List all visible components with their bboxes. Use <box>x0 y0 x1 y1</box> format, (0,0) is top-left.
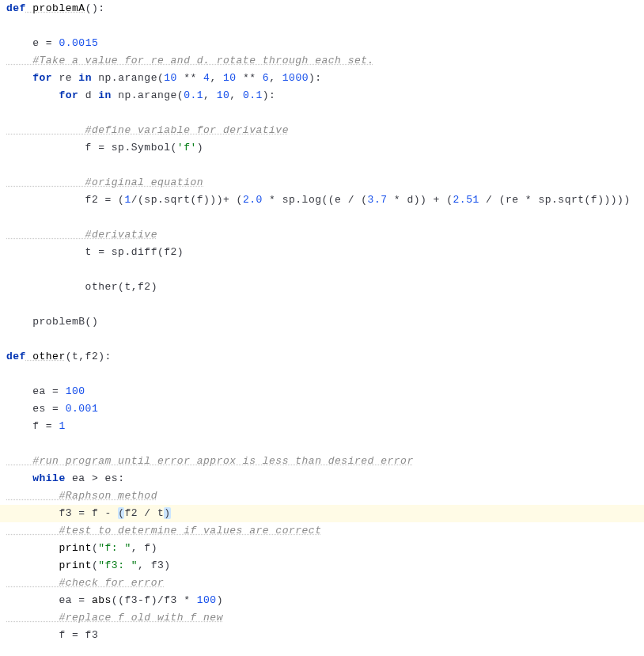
code-line[interactable]: #replace f old with f new <box>0 609 644 627</box>
code-line[interactable]: #derivative <box>0 226 644 244</box>
code-text: ) <box>197 142 203 154</box>
code-line[interactable] <box>0 296 644 313</box>
code-text: ) <box>217 594 223 606</box>
code-line[interactable]: for re in np.arange(10 ** 4, 10 ** 6, 10… <box>0 70 644 87</box>
string-literal: "f3: " <box>98 559 138 571</box>
comment: #original equation <box>6 176 203 188</box>
keyword-in: in <box>98 89 112 101</box>
code-line[interactable]: #Take a value for re and d. rotate throu… <box>0 52 644 70</box>
code-line[interactable]: f = f3 <box>0 627 644 644</box>
code-text: ** <box>177 72 203 84</box>
comment: #define variable for derivative <box>6 124 289 136</box>
builtin-print: print <box>59 542 92 554</box>
code-line[interactable]: print("f3: ", f3) <box>0 557 644 574</box>
code-line[interactable]: while ea > es: <box>0 470 644 487</box>
code-text: f = f3 <box>6 629 98 641</box>
keyword-while: while <box>32 472 66 484</box>
code-text <box>6 472 32 484</box>
keyword-def: def <box>6 351 26 362</box>
code-text: ea = <box>6 385 66 397</box>
code-text: e = <box>6 37 59 49</box>
code-text: , <box>229 89 243 101</box>
number-literal: 10 <box>223 72 237 84</box>
code-line[interactable]: def problemA(): <box>0 0 644 17</box>
code-text: , <box>269 72 282 84</box>
code-line[interactable]: print("f: ", f) <box>0 540 644 557</box>
code-text: ( <box>92 559 98 571</box>
code-text: , f) <box>131 542 157 554</box>
code-text: ((f3-f)/f3 * <box>112 594 197 606</box>
builtin-abs: abs <box>92 594 112 606</box>
keyword-for: for <box>59 89 78 101</box>
code-editor[interactable]: def problemA(): e = 0.0015 #Take a value… <box>0 0 644 644</box>
func-name: problemA <box>26 2 85 14</box>
comment: #Raphson method <box>6 490 157 502</box>
string-literal: 'f' <box>177 142 197 154</box>
number-literal: 100 <box>197 594 217 606</box>
code-line[interactable]: f = sp.Symbol('f') <box>0 139 644 157</box>
code-line[interactable]: t = sp.diff(f2) <box>0 244 644 261</box>
code-line[interactable]: other(t,f2) <box>0 279 644 296</box>
code-line[interactable]: ea = 100 <box>0 383 644 400</box>
code-text: , <box>203 89 217 101</box>
code-text: , f3) <box>138 559 171 571</box>
code-line[interactable] <box>0 209 644 226</box>
code-line[interactable]: #check for error <box>0 574 644 592</box>
code-line[interactable]: f2 = (1/(sp.sqrt(f)))+ (2.0 * sp.log((e … <box>0 191 644 209</box>
code-line[interactable]: es = 0.001 <box>0 400 644 418</box>
comment: #check for error <box>6 577 164 589</box>
number-literal: 0.001 <box>66 403 99 415</box>
keyword-def: def <box>6 2 26 14</box>
number-literal: 1 <box>124 194 131 206</box>
code-line[interactable] <box>0 261 644 279</box>
code-line[interactable] <box>0 104 644 122</box>
code-line[interactable] <box>0 366 644 383</box>
code-line[interactable]: ea = abs((f3-f)/f3 * 100) <box>0 592 644 609</box>
code-line[interactable] <box>0 435 644 453</box>
code-line[interactable] <box>0 17 644 35</box>
code-text: /(sp.sqrt(f)))+ ( <box>131 194 243 206</box>
code-line[interactable]: f = 1 <box>0 418 644 435</box>
code-text <box>6 89 59 101</box>
number-literal: 0.1 <box>184 89 203 101</box>
code-line[interactable]: #Raphson method <box>0 487 644 505</box>
code-line[interactable] <box>0 331 644 348</box>
code-text: ): <box>309 72 322 84</box>
keyword-in: in <box>78 72 92 84</box>
comment: #Take a value for re and d. rotate throu… <box>6 55 374 66</box>
number-literal: 1 <box>59 420 65 432</box>
code-line[interactable]: def other(t,f2): <box>0 348 644 366</box>
code-text: t = sp.diff(f2) <box>6 246 184 258</box>
code-text: (t,f2): <box>66 351 112 362</box>
code-text: ea > es: <box>66 472 125 484</box>
code-line[interactable]: e = 0.0015 <box>0 35 644 52</box>
number-literal: 6 <box>263 72 269 84</box>
code-line[interactable]: #define variable for derivative <box>0 122 644 139</box>
code-line[interactable] <box>0 157 644 174</box>
code-text: ): <box>263 89 276 101</box>
code-text <box>6 559 59 571</box>
code-line[interactable]: for d in np.arange(0.1, 10, 0.1): <box>0 87 644 104</box>
code-line[interactable]: #test to determine if values are correct <box>0 522 644 540</box>
builtin-print: print <box>59 559 92 571</box>
code-text: * d)) + ( <box>388 194 453 206</box>
code-line[interactable]: #run program until error approx is less … <box>0 453 644 470</box>
code-text <box>6 542 59 554</box>
code-text: f2 = ( <box>6 194 124 206</box>
number-literal: 1000 <box>282 72 309 84</box>
code-text: ** <box>237 72 263 84</box>
code-text: ( <box>92 542 98 554</box>
comment: #run program until error approx is less … <box>6 455 414 467</box>
number-literal: 10 <box>164 72 177 84</box>
code-text <box>6 72 32 84</box>
code-text: np.arange( <box>112 89 184 101</box>
code-text: es = <box>6 403 66 415</box>
code-line[interactable]: #original equation <box>0 174 644 191</box>
code-text: * sp.log((e / ( <box>263 194 368 206</box>
func-name: other <box>26 351 66 362</box>
comment: #replace f old with f new <box>6 612 223 624</box>
code-text: (): <box>85 2 105 14</box>
comment: #test to determine if values are correct <box>6 525 321 537</box>
code-line-highlighted[interactable]: f3 = f - (f2 / t) <box>0 505 644 522</box>
code-line[interactable]: problemB() <box>0 313 644 331</box>
